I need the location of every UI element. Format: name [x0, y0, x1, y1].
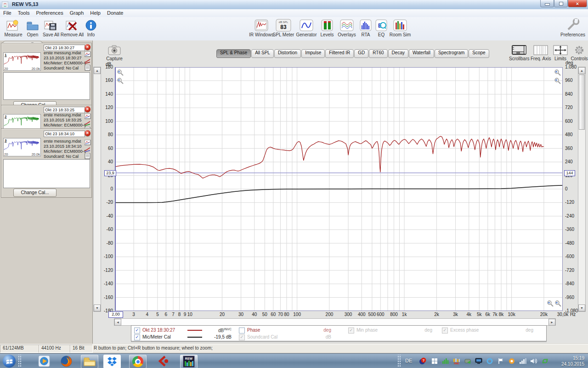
trace-edit-icon[interactable] [85, 113, 91, 119]
scroll-down-arrow[interactable]: ▼ [578, 305, 585, 311]
graph-zoom-magnifier-icon[interactable] [547, 300, 554, 307]
measurement-title-input[interactable] [44, 107, 85, 113]
close-button[interactable]: × [568, 0, 587, 7]
eq-button[interactable]: E EQ [373, 18, 389, 37]
notes-icon[interactable] [85, 153, 91, 159]
measurement-notes-area[interactable] [3, 72, 90, 100]
tray-volume-icon[interactable] [530, 357, 537, 365]
tray-windows-icon[interactable] [431, 357, 438, 365]
freq-axis-button[interactable]: Freq. Axis [531, 44, 551, 61]
trace-edit-icon[interactable] [85, 139, 91, 145]
tab-gd[interactable]: GD [354, 49, 368, 58]
taskbar-dropbox[interactable] [103, 355, 121, 368]
graph-zoom-magnifier-icon[interactable] [554, 69, 561, 76]
graph-zoom-magnifier-icon[interactable] [554, 77, 561, 85]
scroll-up-arrow[interactable]: ▲ [578, 67, 585, 74]
cursor-db-readout[interactable]: 23,9 [104, 170, 116, 176]
measurement-thumbnail[interactable]: 1 20 20.0k [3, 52, 41, 71]
taskbar-firefox[interactable] [58, 355, 74, 368]
taskbar-media-player[interactable] [36, 355, 52, 368]
tab-impulse[interactable]: Impulse [301, 49, 325, 58]
tray-utility-icon[interactable] [464, 357, 471, 365]
restore-button[interactable] [554, 0, 568, 7]
menu-help[interactable]: Help [87, 9, 104, 16]
taskbar-rew-active[interactable]: REW [180, 355, 198, 368]
change-cal-button[interactable]: Change Cal... [13, 189, 57, 197]
rta-button[interactable]: RTA [358, 18, 373, 37]
taskbar-explorer[interactable] [81, 355, 98, 368]
cursor-deg-readout[interactable]: 144 [564, 170, 575, 176]
tab-filtered-ir[interactable]: Filtered IR [325, 49, 354, 58]
scrollbar-thumb[interactable] [579, 75, 585, 130]
limits-button[interactable]: Limits [552, 44, 569, 61]
left-vertical-scrollbar[interactable]: ▲ ▼ [93, 67, 101, 312]
tray-display-icon[interactable] [475, 357, 482, 365]
trace-edit-icon[interactable] [85, 51, 91, 57]
spl-meter-button[interactable]: dB SPL83 SPL Meter [271, 18, 295, 37]
tray-network-icon[interactable] [519, 357, 526, 365]
language-indicator[interactable]: DE [405, 358, 412, 363]
tray-sync-icon[interactable] [541, 357, 548, 365]
tray-rme-icon[interactable]: RME [453, 357, 460, 365]
tab-spl-phase[interactable]: SPL & Phase [216, 49, 251, 58]
scroll-down-arrow[interactable]: ▼ [94, 305, 101, 311]
tray-meter-icon[interactable] [442, 357, 449, 365]
remove-measurement-button[interactable]: × [85, 106, 90, 112]
scroll-left-arrow[interactable]: ◄ [114, 319, 121, 326]
notes-icon[interactable] [85, 64, 91, 70]
tab-waterfall[interactable]: Waterfall [409, 49, 434, 58]
tab-all-spl[interactable]: All SPL [251, 49, 274, 58]
menu-file[interactable]: File [0, 9, 15, 16]
menu-preferences[interactable]: Preferences [33, 9, 66, 16]
scroll-up-arrow[interactable]: ▲ [94, 67, 101, 74]
tab-decay[interactable]: Decay [388, 49, 408, 58]
capture-button[interactable]: Capture [103, 45, 126, 61]
measurement-title-input[interactable] [44, 131, 85, 137]
scroll-right-arrow[interactable]: ► [548, 319, 555, 326]
trace1-checkbox[interactable]: ✓ [134, 328, 140, 334]
tab-scope[interactable]: Scope [469, 49, 489, 58]
generator-button[interactable]: Generator [294, 18, 318, 37]
taskbar-toolbar-handle[interactable] [17, 355, 22, 368]
menu-donate[interactable]: Donate [104, 9, 126, 16]
room-sim-button[interactable]: Room Sim [388, 18, 412, 37]
min-phase-checkbox[interactable]: ✓ [348, 328, 354, 334]
tab-spectrogram[interactable]: Spectrogram [435, 49, 468, 58]
trace-style-icon[interactable] [85, 120, 91, 126]
spl-phase-chart[interactable] [115, 67, 563, 311]
start-button[interactable] [1, 355, 17, 368]
measurement-title-input[interactable] [44, 45, 85, 51]
graph-zoom-magnifier-icon[interactable] [117, 69, 124, 76]
measurement-panel-3[interactable]: × 3 20 20.0k erste messung.mdat23.10.201… [1, 128, 92, 198]
graph-zoom-magnifier-icon[interactable] [117, 77, 124, 85]
levels-button[interactable]: Levels [317, 18, 337, 37]
remove-measurement-button[interactable]: × [85, 130, 90, 136]
cal-checkbox[interactable]: ✓ [134, 334, 140, 340]
tab-rt60[interactable]: RT60 [369, 49, 387, 58]
tab-distortion[interactable]: Distortion [274, 49, 301, 58]
menu-tools[interactable]: Tools [15, 9, 33, 16]
tray-flag-icon[interactable] [497, 357, 504, 365]
graph-zoom-magnifier-icon[interactable] [554, 300, 562, 307]
soundcard-cal-checkbox[interactable]: ✓ [239, 334, 245, 340]
preferences-button[interactable]: Preferences [559, 18, 587, 37]
tray-alert-icon[interactable]: ? [419, 357, 426, 365]
excess-phase-checkbox[interactable]: ✓ [442, 328, 448, 334]
horizontal-scrollbar[interactable]: ◄ ► [114, 318, 556, 326]
ir-windows-button[interactable]: IR Windows [249, 18, 274, 37]
remove-measurement-button[interactable]: × [85, 44, 90, 50]
controls-button[interactable]: Controls [571, 44, 588, 61]
measurement-panel-1[interactable]: × 1 20 20.0k erste messung.mdat23.10.201… [1, 43, 92, 111]
taskbar-chrome[interactable] [129, 355, 147, 368]
overlays-button[interactable]: Overlays [335, 18, 359, 37]
measurement-notes-area[interactable] [3, 159, 90, 188]
tray-blue-ring-icon[interactable] [486, 357, 493, 365]
phase-checkbox[interactable] [239, 328, 245, 334]
scrollbars-button[interactable]: Scrollbars [509, 44, 529, 61]
taskbar-clock[interactable]: 15:19 24.10.2015 [561, 355, 584, 367]
tray-expand-handle[interactable] [397, 355, 401, 368]
right-vertical-scrollbar[interactable]: ▲ ▼ [578, 67, 586, 312]
taskbar-red-app[interactable] [155, 355, 172, 368]
menu-graph[interactable]: Graph [67, 9, 87, 16]
measurement-thumbnail[interactable]: 3 20 20.0k [3, 138, 41, 156]
